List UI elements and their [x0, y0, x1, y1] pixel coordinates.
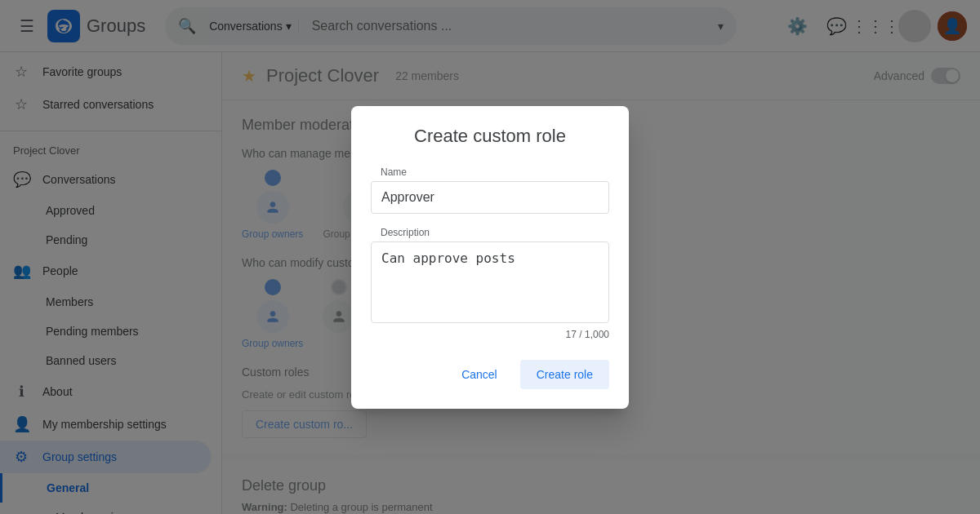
description-field: Description 17 / 1,000 [371, 227, 609, 340]
dialog-actions: Cancel Create role [371, 360, 609, 389]
dialog-overlay: Create custom role Name Description 17 /… [222, 52, 980, 514]
cancel-button[interactable]: Cancel [445, 360, 514, 389]
name-label: Name [371, 166, 609, 178]
dialog-title: Create custom role [371, 126, 609, 147]
description-label: Description [371, 227, 609, 238]
main-content: ★ Project Clover 22 members Advanced Mem… [222, 52, 980, 514]
name-input[interactable] [371, 181, 609, 214]
name-field: Name [371, 166, 609, 214]
layout: ☆ Favorite groups ☆ Starred conversation… [0, 52, 980, 514]
description-textarea[interactable] [371, 241, 609, 323]
char-counter: 17 / 1,000 [371, 329, 609, 340]
create-role-button[interactable]: Create role [520, 360, 609, 389]
create-custom-role-dialog: Create custom role Name Description 17 /… [351, 106, 629, 409]
